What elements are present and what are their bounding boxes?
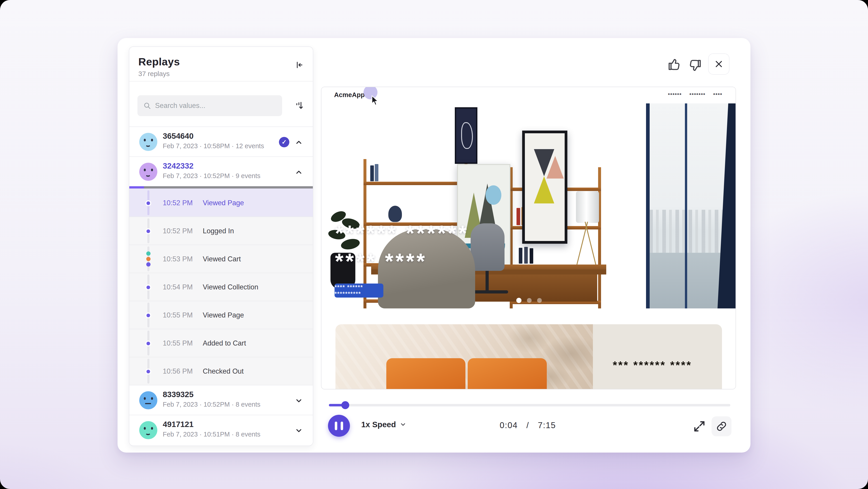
- event-row[interactable]: 10:55 PM Added to Cart: [129, 329, 313, 357]
- total-duration: 7:15: [538, 421, 556, 430]
- speed-selector[interactable]: 1x Speed: [361, 420, 406, 429]
- chevron-down-icon: [295, 397, 303, 405]
- expand-session-button[interactable]: [295, 427, 303, 435]
- session-meta: Feb 7, 2023 · 10:51PM · 8 events: [163, 431, 260, 438]
- session-row[interactable]: 4917121 Feb 7, 2023 · 10:51PM · 8 events: [129, 415, 313, 444]
- session-row[interactable]: 3242332 Feb 7, 2023 · 10:52PM · 9 events: [129, 156, 313, 186]
- event-label: Added to Cart: [203, 339, 246, 347]
- pause-icon: [341, 422, 343, 430]
- app-background: Replays 37 replays Search values... 3654…: [0, 0, 868, 489]
- event-dot: [145, 341, 151, 346]
- expand-icon: [692, 420, 706, 433]
- session-progress-fill: [129, 186, 144, 189]
- event-label: Logged In: [203, 227, 234, 235]
- thumbs-down-button[interactable]: [687, 58, 702, 73]
- avatar: [139, 163, 157, 181]
- search-placeholder: Search values...: [155, 102, 205, 110]
- masked-hero-heading-line2: **** ****: [335, 249, 427, 274]
- event-dot-teal: [146, 251, 151, 256]
- sort-button[interactable]: [292, 98, 307, 113]
- event-row[interactable]: 10:55 PM Viewed Page: [129, 301, 313, 329]
- event-row[interactable]: 10:56 PM Checked Out: [129, 357, 313, 385]
- divider: [129, 81, 313, 82]
- replays-sidebar: Replays 37 replays Search values... 3654…: [129, 47, 313, 446]
- session-progress-bar: [129, 186, 313, 189]
- collapse-sidebar-button[interactable]: [292, 59, 305, 71]
- playback-time: 0:04 / 7:15: [491, 421, 565, 430]
- couch-cushion: [386, 358, 465, 390]
- event-time: 10:55 PM: [163, 339, 193, 347]
- event-row[interactable]: 10:52 PM Logged In: [129, 217, 313, 244]
- event-time: 10:52 PM: [163, 227, 193, 235]
- watched-check-badge: ✓: [279, 137, 289, 147]
- hero-desk-chair: [471, 223, 504, 271]
- event-dot: [145, 284, 151, 290]
- search-input[interactable]: Search values...: [137, 95, 282, 116]
- screen: Replays 37 replays Search values... 3654…: [0, 0, 868, 489]
- carousel-dots: [321, 298, 736, 303]
- avatar: [139, 421, 157, 439]
- pause-button[interactable]: [328, 415, 350, 437]
- event-label: Viewed Page: [203, 311, 244, 319]
- hero-poster-small: [455, 107, 477, 164]
- collapse-session-button[interactable]: [295, 168, 303, 176]
- avatar: [139, 391, 157, 409]
- event-time: 10:52 PM: [163, 199, 193, 207]
- masked-section-text: *** ****** ****: [613, 359, 692, 371]
- event-row[interactable]: 10:54 PM Viewed Collection: [129, 273, 313, 301]
- replayed-hero-carousel: ****** ****** **** **** **** ****** ****…: [321, 104, 736, 309]
- playback-progress-knob[interactable]: [341, 401, 349, 409]
- expand-session-button[interactable]: [295, 397, 303, 405]
- cursor-pointer-icon: [371, 95, 380, 106]
- window-frame: [685, 104, 687, 309]
- close-button[interactable]: [708, 53, 730, 75]
- replay-count: 37 replays: [138, 70, 169, 78]
- event-label: Viewed Page: [203, 199, 244, 207]
- masked-nav-item: *******: [689, 92, 706, 97]
- current-time: 0:04: [500, 421, 518, 430]
- link-icon: [716, 421, 727, 432]
- pause-icon: [335, 422, 337, 430]
- thumbs-down-icon: [687, 58, 702, 73]
- event-time: 10:54 PM: [163, 283, 193, 291]
- speed-label: 1x Speed: [361, 420, 396, 429]
- session-row[interactable]: 3654640 Feb 7, 2023 · 10:58PM · 12 event…: [129, 126, 313, 156]
- session-id: 3654640: [163, 132, 193, 141]
- event-dot: [145, 200, 151, 206]
- event-dot-purple: [146, 262, 151, 266]
- masked-hero-cta-button: **** ****** **********: [335, 284, 383, 297]
- event-row[interactable]: 10:53 PM Viewed Cart: [129, 244, 313, 273]
- session-meta: Feb 7, 2023 · 10:52PM · 9 events: [163, 172, 260, 180]
- thumbs-up-button[interactable]: [667, 57, 682, 72]
- replayed-app-header: AcmeApp ****** ******* ****: [321, 87, 736, 104]
- session-row[interactable]: 8339325 Feb 7, 2023 · 10:52PM · 8 events: [129, 385, 313, 415]
- couch-cushion: [468, 358, 547, 390]
- event-row[interactable]: 10:52 PM Viewed Page: [129, 189, 313, 217]
- collapse-left-icon: [294, 60, 304, 70]
- event-label: Viewed Cart: [203, 255, 241, 263]
- chevron-up-icon: [295, 168, 303, 176]
- sort-descending-icon: [295, 101, 305, 111]
- playback-progress-bar[interactable]: [329, 404, 730, 406]
- carousel-dot-active: [516, 298, 522, 303]
- copy-link-button[interactable]: [712, 416, 732, 436]
- masked-hero-heading-line1: ****** ******: [335, 221, 469, 246]
- event-label: Checked Out: [203, 367, 244, 375]
- event-time: 10:56 PM: [163, 367, 193, 375]
- replayed-page-gap: [321, 309, 736, 324]
- event-dot: [145, 369, 151, 374]
- expand-fullscreen-button[interactable]: [692, 420, 706, 433]
- event-multi-dots: [146, 251, 151, 266]
- event-label: Viewed Collection: [203, 283, 258, 291]
- close-icon: [714, 59, 723, 68]
- replayed-feature-section: *** ****** ****: [336, 324, 722, 390]
- masked-nav-item: ******: [668, 92, 682, 97]
- chevron-down-icon: [295, 427, 303, 435]
- collapse-session-button[interactable]: [295, 138, 303, 146]
- replayed-app-nav: ****** ******* ****: [668, 92, 722, 97]
- hero-poster-geometric: [522, 131, 567, 244]
- hero-chair-pole: [486, 271, 489, 291]
- event-dot-orange: [146, 257, 151, 261]
- thumbs-up-icon: [667, 57, 682, 72]
- time-separator: /: [526, 421, 529, 430]
